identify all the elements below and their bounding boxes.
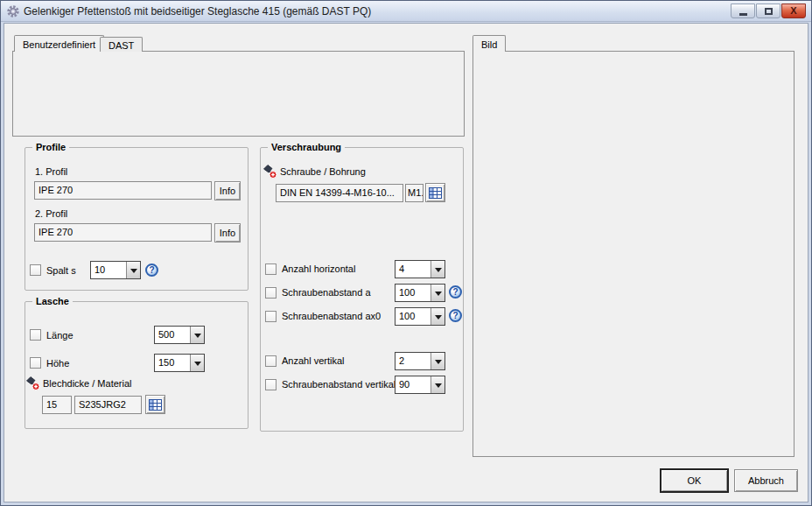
dialog-window: Gelenkiger Pfettenstoß mit beidseitiger … <box>0 0 812 506</box>
spalt-value: 10 <box>91 262 126 278</box>
profil1-info-button[interactable]: Info <box>214 181 241 200</box>
chevron-down-icon[interactable] <box>126 262 140 278</box>
hoehe-value: 150 <box>155 355 190 371</box>
material-add-tool-icon <box>25 376 40 390</box>
profil2-label: 2. Profil <box>35 207 67 220</box>
anzahl-vertikal-label: Anzahl vertikal <box>282 355 345 367</box>
profil2-field[interactable]: IPE 270 <box>34 223 212 242</box>
anzahl-vertikal-value: 2 <box>396 353 430 369</box>
table-icon <box>429 187 442 199</box>
title-bar[interactable]: Gelenkiger Pfettenstoß mit beidseitiger … <box>1 1 811 22</box>
minimize-icon <box>739 13 747 16</box>
close-icon: X <box>790 6 796 16</box>
anzahl-horizontal-value: 4 <box>396 261 430 278</box>
schraubenabstand-vertikal-checkbox[interactable] <box>265 379 276 390</box>
schraube-add-tool-icon <box>262 164 277 179</box>
bohrung-field[interactable]: M1... <box>405 184 424 202</box>
schraubenabstand-a-value: 100 <box>396 285 430 301</box>
material-table-button[interactable] <box>145 395 165 414</box>
tab-bild[interactable]: Bild <box>472 35 506 52</box>
profil2-info-button[interactable]: Info <box>214 223 241 242</box>
schraubenabstand-a-help-icon[interactable]: ? <box>449 285 462 299</box>
schraube-bohrung-label: Schraube / Bohrung <box>280 165 366 178</box>
hoehe-checkbox[interactable] <box>30 357 41 369</box>
chevron-down-icon[interactable] <box>190 327 204 343</box>
spalt-label: Spalt s <box>46 264 76 277</box>
app-gear-icon <box>6 4 20 18</box>
ok-button[interactable]: OK <box>661 469 728 492</box>
anschluss-tab-panel <box>12 51 465 137</box>
maximize-icon <box>765 8 773 15</box>
dialog-body: Benutzerdefiniert DAST _Work Anschluss k… <box>4 23 808 502</box>
laenge-checkbox[interactable] <box>30 329 41 341</box>
schraubenabstand-vertikal-combobox[interactable]: 90 <box>395 376 445 394</box>
maximize-button[interactable] <box>756 4 780 18</box>
hoehe-combobox[interactable]: 150 <box>154 354 205 372</box>
spalt-checkbox[interactable] <box>30 264 41 276</box>
schraubenabstand-a-label: Schraubenabstand a <box>282 286 371 299</box>
profil1-label: 1. Profil <box>35 165 67 178</box>
profil1-field[interactable]: IPE 270 <box>34 181 212 200</box>
anzahl-horizontal-label: Anzahl horizontal <box>282 263 355 275</box>
chevron-down-icon[interactable] <box>190 355 204 371</box>
spalt-help-icon[interactable]: ? <box>145 264 158 277</box>
bild-tab-panel <box>472 51 794 457</box>
abbruch-button[interactable]: Abbruch <box>734 469 798 492</box>
schraubenabstand-a-checkbox[interactable] <box>265 287 276 299</box>
profile-group-title: Profile <box>32 141 69 154</box>
anzahl-vertikal-checkbox[interactable] <box>265 355 276 367</box>
schraubenabstand-ax0-label: Schraubenabstand ax0 <box>282 310 381 322</box>
lasche-group-title: Lasche <box>32 295 73 308</box>
chevron-down-icon[interactable] <box>430 261 444 278</box>
schraubenabstand-vertikal-label: Schraubenabstand vertikal <box>282 378 396 390</box>
schraubenabstand-ax0-help-icon[interactable]: ? <box>449 309 462 322</box>
chevron-down-icon[interactable] <box>430 353 444 369</box>
laenge-label: Länge <box>46 329 74 341</box>
blechdicke-field[interactable]: 15 <box>42 396 72 414</box>
blechdicke-label: Blechdicke / Material <box>43 377 132 390</box>
chevron-down-icon[interactable] <box>430 308 444 325</box>
anzahl-horizontal-checkbox[interactable] <box>265 264 276 275</box>
laenge-combobox[interactable]: 500 <box>154 326 205 344</box>
hoehe-label: Höhe <box>46 357 69 369</box>
schraubenabstand-vertikal-value: 90 <box>396 376 430 393</box>
chevron-down-icon[interactable] <box>430 376 444 393</box>
tab-benutzerdefiniert[interactable]: Benutzerdefiniert <box>14 35 104 52</box>
material-field[interactable]: S235JRG2 <box>74 396 142 414</box>
spalt-combobox[interactable]: 10 <box>90 261 141 279</box>
verschraubung-group-title: Verschraubung <box>268 141 345 154</box>
schraubenabstand-ax0-value: 100 <box>396 308 430 325</box>
tab-dast[interactable]: DAST <box>100 37 143 52</box>
close-button[interactable]: X <box>781 4 806 18</box>
schraubenabstand-ax0-combobox[interactable]: 100 <box>395 307 445 326</box>
anzahl-vertikal-combobox[interactable]: 2 <box>395 352 445 370</box>
schraube-table-button[interactable] <box>425 183 445 202</box>
schraubenabstand-a-combobox[interactable]: 100 <box>395 284 445 302</box>
anzahl-horizontal-combobox[interactable]: 4 <box>395 260 445 278</box>
chevron-down-icon[interactable] <box>430 285 444 301</box>
schraubenabstand-ax0-checkbox[interactable] <box>265 311 276 322</box>
minimize-button[interactable] <box>731 4 755 18</box>
laenge-value: 500 <box>155 327 190 343</box>
table-icon <box>149 399 162 411</box>
schraube-field[interactable]: DIN EN 14399-4-M16-10... <box>276 184 403 202</box>
window-title: Gelenkiger Pfettenstoß mit beidseitiger … <box>24 5 371 18</box>
